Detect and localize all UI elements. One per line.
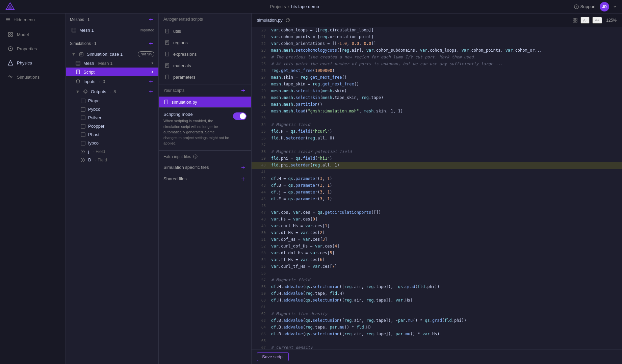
- code-line: 32mesh.mesh.load("gmsh:simulation.msh", …: [252, 108, 622, 115]
- sidebar-item-physics[interactable]: Physics: [2, 56, 63, 69]
- script-utils[interactable]: utils: [159, 25, 251, 37]
- script-materials[interactable]: materials: [159, 60, 251, 71]
- scripting-mode-toggle[interactable]: [233, 112, 247, 120]
- line-number: 57: [256, 277, 266, 283]
- code-line: 43df.B = qs.parameter(3, 1): [252, 182, 622, 189]
- line-number: 54: [256, 257, 266, 263]
- script-simulation-py[interactable]: simulation.py: [159, 97, 251, 107]
- line-number: 33: [256, 115, 266, 121]
- output-pybco-label: Pybco: [88, 107, 100, 112]
- line-content: [271, 142, 618, 148]
- code-line: 65df.B.addvalue(qs.selectunion([reg.air,…: [252, 331, 622, 338]
- output-phast[interactable]: Phast 🗑: [66, 130, 158, 139]
- line-content: [271, 169, 618, 175]
- script-parameters[interactable]: parameters: [159, 71, 251, 83]
- svg-text:?: ?: [576, 5, 577, 8]
- svg-rect-20: [81, 124, 85, 128]
- refresh-icon[interactable]: [285, 18, 290, 23]
- avatar[interactable]: JR: [600, 2, 609, 11]
- line-number: 66: [256, 338, 266, 344]
- font-increase-button[interactable]: A+: [592, 17, 602, 24]
- add-input-button[interactable]: [148, 78, 154, 85]
- line-number: 25: [256, 61, 266, 67]
- line-content: fld.H.setorder(reg.all, 0): [271, 135, 618, 141]
- topbar-right: ? Support JR: [574, 2, 617, 11]
- sim-inputs-item[interactable]: Inputs · 0: [66, 76, 158, 86]
- font-decrease-button[interactable]: A-: [580, 17, 590, 24]
- line-number: 22: [256, 41, 266, 47]
- code-line: 55var.curl_tf_Hs = var.ces[7]: [252, 263, 622, 270]
- file-icon: [164, 63, 170, 68]
- line-number: 20: [256, 27, 266, 33]
- output-pybco[interactable]: Pybco 🗑: [66, 105, 158, 113]
- grid-icon[interactable]: [572, 18, 578, 23]
- support-button[interactable]: ? Support: [574, 4, 596, 9]
- code-body[interactable]: 20var.cohom_loops = [[reg.circulation_lo…: [252, 27, 622, 349]
- output-item-icon: [81, 124, 85, 129]
- add-script-button[interactable]: [240, 87, 247, 94]
- output-psilver[interactable]: Psilver 🗑: [66, 113, 158, 122]
- svg-point-9: [10, 48, 11, 49]
- code-line: 57# Magnetic field: [252, 277, 622, 284]
- line-number: 32: [256, 108, 266, 114]
- add-output-button[interactable]: [148, 88, 154, 95]
- mesh1-badge: Imported: [140, 28, 154, 32]
- output-ptape[interactable]: Ptape 🗑: [66, 97, 158, 105]
- line-content: var.cohom_points = [reg.orientation_poin…: [271, 34, 618, 40]
- line-content: df.H.addvalue(qs.selectunion([reg.air, r…: [271, 284, 618, 290]
- add-sim-specific-button[interactable]: [240, 164, 247, 171]
- main-content: Hide menu Model Properties Physics Simul…: [0, 14, 622, 364]
- code-line: 46: [252, 203, 622, 209]
- code-line: 63df.B.addvalue(qs.selectunion([reg.air,…: [252, 317, 622, 324]
- sim1-item[interactable]: ▼ Simulation: case 1 Not run: [66, 50, 158, 59]
- line-content: var.dof_Hs = var.ces[3]: [271, 236, 618, 243]
- sidebar-item-properties[interactable]: Properties: [2, 42, 63, 55]
- file-icon: [164, 28, 170, 34]
- line-content: var.cohom_orientations = [[-1.0, 0.0, 0.…: [271, 41, 618, 47]
- chevron-down-icon: [613, 5, 617, 8]
- add-mesh-button[interactable]: [148, 16, 154, 23]
- sidebar-item-model[interactable]: Model: [2, 28, 63, 41]
- add-shared-files-button[interactable]: [240, 176, 247, 182]
- svg-rect-10: [72, 28, 76, 32]
- sidebar-item-simulations[interactable]: Simulations: [2, 71, 63, 83]
- sim-outputs-item[interactable]: ▼ Outputs · 8: [66, 86, 158, 97]
- line-content: [271, 115, 618, 121]
- output-pcopper[interactable]: Pcopper 🗑: [66, 122, 158, 130]
- script-regions[interactable]: regions: [159, 37, 251, 48]
- model-icon: [7, 31, 14, 37]
- svg-rect-5: [11, 32, 12, 34]
- script-utils-label: utils: [173, 29, 181, 34]
- projects-link[interactable]: Projects: [270, 4, 286, 9]
- sim-cube-icon: [79, 52, 84, 57]
- shared-files-row[interactable]: Shared files: [163, 173, 247, 185]
- line-number: 30: [256, 95, 266, 101]
- line-number: 58: [256, 284, 266, 290]
- sim-mesh-item[interactable]: Mesh Mesh 1: [66, 59, 158, 68]
- file-icon: [164, 74, 170, 80]
- shared-files-label: Shared files: [163, 176, 187, 181]
- output-iybco[interactable]: Iybco 🗑: [66, 139, 158, 147]
- sim-script-item[interactable]: Script: [66, 68, 158, 76]
- script-materials-label: materials: [173, 63, 191, 68]
- script-expressions[interactable]: expressions: [159, 48, 251, 60]
- hide-menu-button[interactable]: Hide menu: [0, 14, 66, 26]
- line-content: var.cps, var.ces = qs.getcirculationport…: [271, 209, 618, 216]
- mesh1-item[interactable]: Mesh 1 Imported: [66, 26, 158, 34]
- line-content: df.B.addvalue(reg.tape, par.mu() * fld.H…: [271, 324, 618, 331]
- nav-sidebar: Hide menu Model Properties Physics Simul…: [0, 14, 66, 364]
- line-content: df.H.addvalue(reg.tape, fld.H): [271, 290, 618, 297]
- line-number: 29: [256, 88, 266, 94]
- add-simulation-button[interactable]: [148, 40, 154, 47]
- output-item-icon: [81, 115, 85, 120]
- output-B[interactable]: B · Field 🗑: [66, 156, 158, 164]
- output-j[interactable]: j · Field 🗑: [66, 147, 158, 156]
- autogenerated-scripts-header: Autogenerated scripts: [159, 14, 251, 25]
- code-line: 29mesh.mesh.selectskin(mesh.skin): [252, 88, 622, 95]
- svg-rect-18: [81, 107, 85, 111]
- simulation-specific-files-row[interactable]: Simulation specific files: [163, 162, 247, 173]
- line-content: [271, 270, 618, 277]
- line-number: 49: [256, 223, 266, 229]
- save-script-button[interactable]: Save script: [257, 352, 289, 361]
- line-content: mesh.mesh.partition(): [271, 101, 618, 108]
